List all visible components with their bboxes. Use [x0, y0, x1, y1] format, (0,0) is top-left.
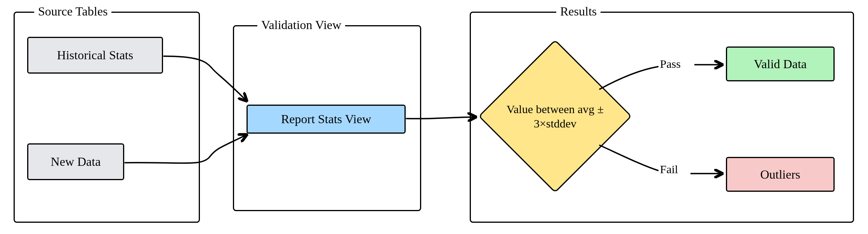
group-label-validation: Validation View — [257, 18, 345, 32]
node-report-stats-view: Report Stats View — [247, 105, 406, 134]
group-label-results: Results — [556, 4, 601, 19]
node-valid-data: Valid Data — [726, 46, 835, 81]
group-label-source: Source Tables — [34, 4, 111, 19]
edge-label-pass: Pass — [660, 57, 681, 71]
node-historical-stats: Historical Stats — [27, 37, 163, 74]
node-label: New Data — [51, 155, 101, 169]
decision-text: Value between avg ± 3×stddev — [485, 46, 625, 186]
edge-label-fail: Fail — [660, 163, 678, 176]
node-outliers: Outliers — [726, 157, 835, 192]
node-label: Historical Stats — [57, 48, 133, 62]
diagram-canvas: Source Tables Historical Stats New Data … — [0, 0, 868, 234]
node-label: Report Stats View — [281, 112, 371, 126]
node-label: Outliers — [760, 167, 800, 182]
node-label: Valid Data — [754, 57, 807, 71]
node-new-data: New Data — [27, 143, 124, 180]
